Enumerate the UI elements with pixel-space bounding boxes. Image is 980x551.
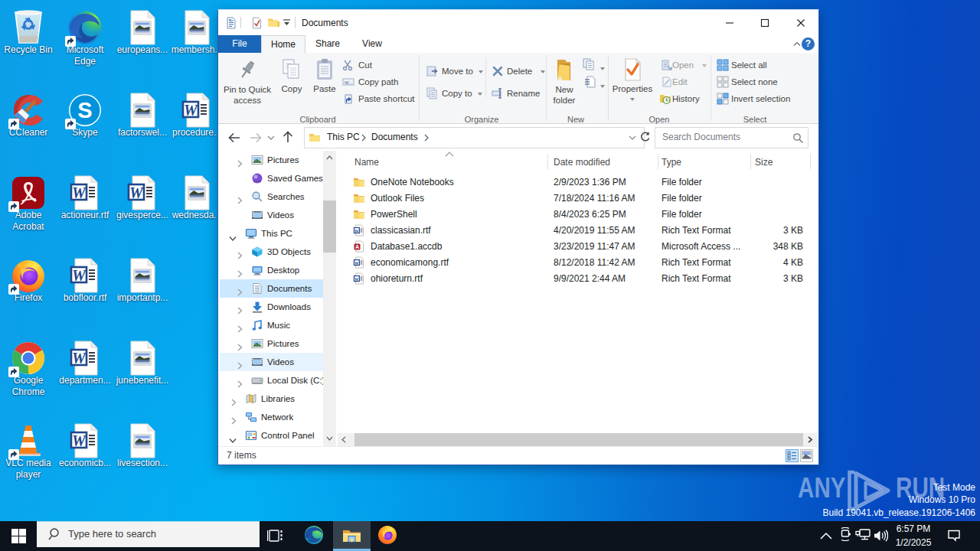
svg-text:W...: W... xyxy=(345,80,353,85)
svg-text:W: W xyxy=(129,184,144,201)
svg-text:W: W xyxy=(72,350,87,367)
svg-text:W: W xyxy=(72,184,87,201)
svg-text:S: S xyxy=(77,98,92,122)
svg-text:W: W xyxy=(184,102,198,119)
svg-text:W: W xyxy=(72,432,87,449)
svg-text:A: A xyxy=(355,244,359,249)
svg-text:W: W xyxy=(72,267,87,284)
